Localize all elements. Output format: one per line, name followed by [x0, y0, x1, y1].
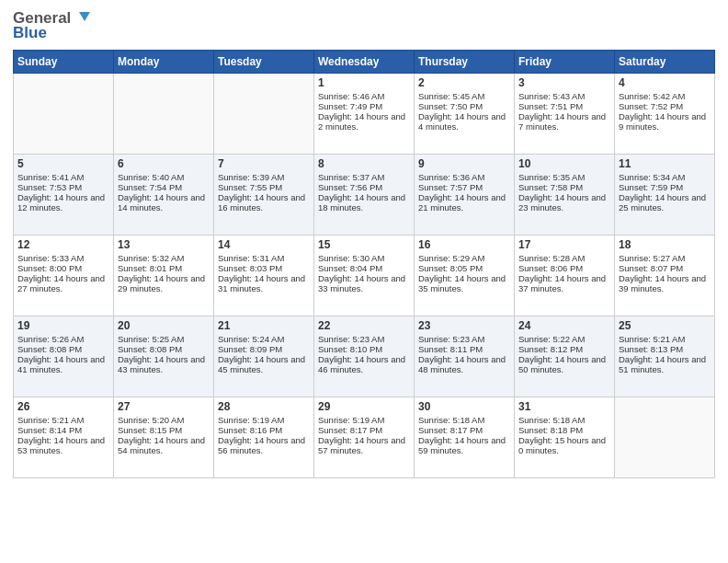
daylight-text: Daylight: 14 hours and 27 minutes.: [17, 273, 109, 293]
daylight-text: Daylight: 14 hours and 35 minutes.: [418, 273, 510, 293]
daylight-text: Daylight: 14 hours and 12 minutes.: [17, 192, 109, 213]
day-number: 30: [418, 400, 510, 413]
sunset-text: Sunset: 8:09 PM: [218, 344, 310, 354]
calendar-cell: 11Sunrise: 5:34 AMSunset: 7:59 PMDayligh…: [615, 155, 715, 236]
calendar-cell: [214, 74, 314, 155]
calendar-cell: 9Sunrise: 5:36 AMSunset: 7:57 PMDaylight…: [415, 155, 515, 236]
sunrise-text: Sunrise: 5:18 AM: [518, 415, 610, 425]
sunrise-text: Sunrise: 5:29 AM: [418, 253, 510, 263]
calendar-cell: [615, 397, 715, 478]
day-number: 18: [619, 238, 711, 251]
day-header-wednesday: Wednesday: [314, 51, 415, 74]
sunrise-text: Sunrise: 5:25 AM: [118, 334, 210, 344]
day-number: 13: [118, 238, 210, 251]
calendar-cell: 15Sunrise: 5:30 AMSunset: 8:04 PMDayligh…: [314, 236, 415, 316]
day-header-friday: Friday: [515, 51, 615, 74]
sunrise-text: Sunrise: 5:39 AM: [218, 172, 310, 182]
calendar-cell: 10Sunrise: 5:35 AMSunset: 7:58 PMDayligh…: [515, 155, 615, 236]
sunrise-text: Sunrise: 5:22 AM: [518, 334, 610, 344]
sunset-text: Sunset: 8:05 PM: [418, 263, 510, 273]
daylight-text: Daylight: 14 hours and 29 minutes.: [118, 273, 210, 293]
week-row-3: 12Sunrise: 5:33 AMSunset: 8:00 PMDayligh…: [14, 236, 715, 316]
sunset-text: Sunset: 8:03 PM: [218, 263, 310, 273]
daylight-text: Daylight: 14 hours and 59 minutes.: [418, 435, 510, 455]
daylight-text: Daylight: 14 hours and 7 minutes.: [518, 111, 610, 132]
calendar-cell: 20Sunrise: 5:25 AMSunset: 8:08 PMDayligh…: [114, 316, 214, 397]
week-row-1: 1Sunrise: 5:46 AMSunset: 7:49 PMDaylight…: [14, 74, 715, 155]
calendar-cell: 13Sunrise: 5:32 AMSunset: 8:01 PMDayligh…: [114, 236, 214, 316]
day-number: 25: [619, 319, 711, 332]
sunrise-text: Sunrise: 5:21 AM: [17, 415, 109, 425]
sunset-text: Sunset: 8:15 PM: [118, 425, 210, 435]
daylight-text: Daylight: 15 hours and 0 minutes.: [518, 435, 610, 455]
sunset-text: Sunset: 8:16 PM: [218, 425, 310, 435]
sunrise-text: Sunrise: 5:27 AM: [619, 253, 711, 263]
week-row-2: 5Sunrise: 5:41 AMSunset: 7:53 PMDaylight…: [14, 155, 715, 236]
calendar-cell: 3Sunrise: 5:43 AMSunset: 7:51 PMDaylight…: [515, 74, 615, 155]
sunset-text: Sunset: 7:58 PM: [518, 182, 610, 192]
sunrise-text: Sunrise: 5:36 AM: [418, 172, 510, 182]
calendar-cell: 5Sunrise: 5:41 AMSunset: 7:53 PMDaylight…: [14, 155, 114, 236]
calendar-cell: 22Sunrise: 5:23 AMSunset: 8:10 PMDayligh…: [314, 316, 415, 397]
header: General Blue: [13, 9, 715, 42]
daylight-text: Daylight: 14 hours and 39 minutes.: [619, 273, 711, 293]
daylight-text: Daylight: 14 hours and 45 minutes.: [218, 354, 310, 374]
daylight-text: Daylight: 14 hours and 41 minutes.: [17, 354, 109, 374]
week-row-4: 19Sunrise: 5:26 AMSunset: 8:08 PMDayligh…: [14, 316, 715, 397]
calendar-cell: 27Sunrise: 5:20 AMSunset: 8:15 PMDayligh…: [114, 397, 214, 478]
sunset-text: Sunset: 7:49 PM: [318, 101, 410, 111]
sunset-text: Sunset: 7:52 PM: [619, 101, 711, 111]
sunrise-text: Sunrise: 5:46 AM: [318, 91, 410, 101]
day-header-sunday: Sunday: [14, 51, 114, 74]
day-number: 14: [218, 238, 310, 251]
daylight-text: Daylight: 14 hours and 37 minutes.: [518, 273, 610, 293]
day-number: 24: [518, 319, 610, 332]
sunrise-text: Sunrise: 5:28 AM: [518, 253, 610, 263]
sunrise-text: Sunrise: 5:31 AM: [218, 253, 310, 263]
calendar-cell: 29Sunrise: 5:19 AMSunset: 8:17 PMDayligh…: [314, 397, 415, 478]
calendar-table: SundayMondayTuesdayWednesdayThursdayFrid…: [13, 50, 715, 478]
sunset-text: Sunset: 7:53 PM: [17, 182, 109, 192]
day-number: 19: [17, 319, 109, 332]
sunrise-text: Sunrise: 5:18 AM: [418, 415, 510, 425]
calendar-cell: 7Sunrise: 5:39 AMSunset: 7:55 PMDaylight…: [214, 155, 314, 236]
sunrise-text: Sunrise: 5:41 AM: [17, 172, 109, 182]
sunset-text: Sunset: 8:08 PM: [118, 344, 210, 354]
week-row-5: 26Sunrise: 5:21 AMSunset: 8:14 PMDayligh…: [14, 397, 715, 478]
calendar-cell: 4Sunrise: 5:42 AMSunset: 7:52 PMDaylight…: [615, 74, 715, 155]
calendar-cell: 6Sunrise: 5:40 AMSunset: 7:54 PMDaylight…: [114, 155, 214, 236]
daylight-text: Daylight: 14 hours and 2 minutes.: [318, 111, 410, 132]
calendar-cell: 26Sunrise: 5:21 AMSunset: 8:14 PMDayligh…: [14, 397, 114, 478]
calendar-cell: 8Sunrise: 5:37 AMSunset: 7:56 PMDaylight…: [314, 155, 415, 236]
sunset-text: Sunset: 8:08 PM: [17, 344, 109, 354]
sunset-text: Sunset: 8:17 PM: [318, 425, 410, 435]
daylight-text: Daylight: 14 hours and 57 minutes.: [318, 435, 410, 455]
sunset-text: Sunset: 7:55 PM: [218, 182, 310, 192]
calendar-cell: [14, 74, 114, 155]
sunrise-text: Sunrise: 5:24 AM: [218, 334, 310, 344]
daylight-text: Daylight: 14 hours and 31 minutes.: [218, 273, 310, 293]
day-number: 29: [318, 400, 410, 413]
sunset-text: Sunset: 8:13 PM: [619, 344, 711, 354]
daylight-text: Daylight: 14 hours and 33 minutes.: [318, 273, 410, 293]
daylight-text: Daylight: 14 hours and 16 minutes.: [218, 192, 310, 213]
day-header-tuesday: Tuesday: [214, 51, 314, 74]
day-number: 27: [118, 400, 210, 413]
sunrise-text: Sunrise: 5:42 AM: [619, 91, 711, 101]
day-number: 11: [619, 157, 711, 170]
sunset-text: Sunset: 8:12 PM: [518, 344, 610, 354]
calendar-cell: 17Sunrise: 5:28 AMSunset: 8:06 PMDayligh…: [515, 236, 615, 316]
day-number: 7: [218, 157, 310, 170]
calendar-cell: 2Sunrise: 5:45 AMSunset: 7:50 PMDaylight…: [415, 74, 515, 155]
sunrise-text: Sunrise: 5:19 AM: [318, 415, 410, 425]
sunrise-text: Sunrise: 5:23 AM: [318, 334, 410, 344]
sunrise-text: Sunrise: 5:21 AM: [619, 334, 711, 344]
sunset-text: Sunset: 8:10 PM: [318, 344, 410, 354]
daylight-text: Daylight: 14 hours and 54 minutes.: [118, 435, 210, 455]
day-header-thursday: Thursday: [415, 51, 515, 74]
daylight-text: Daylight: 14 hours and 50 minutes.: [518, 354, 610, 374]
daylight-text: Daylight: 14 hours and 56 minutes.: [218, 435, 310, 455]
calendar-body: 1Sunrise: 5:46 AMSunset: 7:49 PMDaylight…: [14, 74, 715, 478]
sunset-text: Sunset: 7:59 PM: [619, 182, 711, 192]
sunset-text: Sunset: 8:07 PM: [619, 263, 711, 273]
